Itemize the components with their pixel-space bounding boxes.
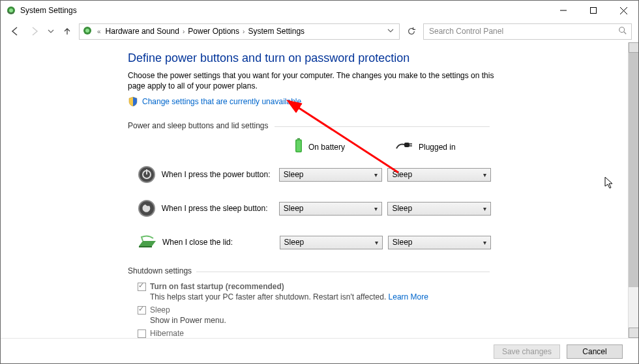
address-dropdown[interactable] xyxy=(385,27,396,35)
lid-icon xyxy=(138,232,157,252)
sleep-button-icon xyxy=(138,199,156,218)
close-lid-battery-select[interactable]: Sleep▾ xyxy=(280,236,383,249)
hibernate-item: Hibernate Show in Power menu. xyxy=(138,329,496,338)
close-lid-label: When I close the lid: xyxy=(162,238,280,247)
forward-button[interactable] xyxy=(27,23,42,39)
power-button-label: When I press the power button: xyxy=(162,170,279,179)
chevron-right-icon: › xyxy=(182,28,185,35)
sleep-button-plugged-select[interactable]: Sleep▾ xyxy=(387,202,491,216)
search-input[interactable] xyxy=(428,26,618,36)
window-title: System Settings xyxy=(20,6,548,15)
row-sleep-button: When I press the sleep button: Sleep▾ Sl… xyxy=(128,199,496,218)
sleep-desc: Show in Power menu. xyxy=(150,316,496,325)
cancel-button[interactable]: Cancel xyxy=(567,344,623,359)
chevron-down-icon: ▾ xyxy=(483,205,486,212)
chevron-down-icon: ▾ xyxy=(374,171,378,178)
admin-link-text: Change settings that are currently unava… xyxy=(142,97,301,106)
chevron-down-icon: ▾ xyxy=(374,205,378,212)
recent-dropdown[interactable] xyxy=(46,23,55,39)
crumb-power-options[interactable]: Power Options xyxy=(188,27,239,36)
crumb-hardware-sound[interactable]: Hardware and Sound xyxy=(106,27,179,36)
svg-point-8 xyxy=(619,27,625,32)
svg-point-1 xyxy=(9,8,13,12)
search-box[interactable] xyxy=(423,23,632,40)
power-buttons-section-label: Power and sleep buttons and lid settings xyxy=(128,121,496,130)
footer: Save changes Cancel xyxy=(1,338,638,364)
chevron-down-icon: ▾ xyxy=(375,239,378,246)
fast-startup-item: Turn on fast startup (recommended) This … xyxy=(138,282,496,301)
sleep-checkbox[interactable] xyxy=(138,306,146,315)
svg-point-7 xyxy=(85,29,89,33)
fast-startup-checkbox[interactable] xyxy=(138,283,146,291)
svg-rect-13 xyxy=(404,143,409,147)
fast-startup-title: Turn on fast startup (recommended) xyxy=(150,282,284,291)
svg-rect-3 xyxy=(591,8,597,14)
chevron-down-icon: ▾ xyxy=(483,171,486,178)
close-button[interactable] xyxy=(608,1,638,20)
power-button-plugged-select[interactable]: Sleep▾ xyxy=(387,168,491,182)
hibernate-checkbox[interactable] xyxy=(138,329,146,338)
vertical-scrollbar[interactable]: ▲ ▼ xyxy=(628,42,638,338)
svg-line-9 xyxy=(624,31,627,34)
save-changes-button[interactable]: Save changes xyxy=(494,344,560,359)
chevron-right-icon: › xyxy=(242,28,245,35)
back-button[interactable] xyxy=(7,23,23,39)
maximize-button[interactable] xyxy=(578,1,608,20)
change-unavailable-settings-link[interactable]: Change settings that are currently unava… xyxy=(128,96,496,107)
titlebar: System Settings xyxy=(1,1,638,20)
main-content: Define power buttons and turn on passwor… xyxy=(1,42,496,338)
scroll-down-button[interactable]: ▼ xyxy=(629,328,638,338)
crumb-system-settings[interactable]: System Settings xyxy=(248,27,305,36)
on-battery-header: On battery xyxy=(294,138,395,156)
shutdown-section-label: Shutdown settings xyxy=(128,266,496,275)
column-headers: On battery Plugged in xyxy=(128,138,496,156)
breadcrumb: Hardware and Sound › Power Options › Sys… xyxy=(106,27,381,36)
nav-toolbar: « Hardware and Sound › Power Options › S… xyxy=(1,20,638,42)
scroll-thumb[interactable] xyxy=(629,53,638,287)
power-button-icon xyxy=(138,165,156,184)
up-button[interactable] xyxy=(59,23,75,39)
row-close-lid: When I close the lid: Sleep▾ Sleep▾ xyxy=(128,232,496,252)
row-power-button: When I press the power button: Sleep▾ Sl… xyxy=(128,165,496,184)
close-lid-plugged-select[interactable]: Sleep▾ xyxy=(388,236,491,249)
svg-rect-10 xyxy=(297,138,300,139)
sleep-title: Sleep xyxy=(150,305,170,315)
refresh-button[interactable] xyxy=(404,23,419,39)
location-icon xyxy=(82,25,93,38)
chevron-right-icon[interactable]: « xyxy=(97,28,102,35)
search-icon[interactable] xyxy=(618,26,627,37)
page-title: Define power buttons and turn on passwor… xyxy=(128,51,496,65)
plug-icon xyxy=(395,141,413,153)
page-description: Choose the power settings that you want … xyxy=(128,70,496,91)
sleep-button-battery-select[interactable]: Sleep▾ xyxy=(279,202,383,216)
chevron-down-icon: ▾ xyxy=(483,239,486,246)
shield-icon xyxy=(128,96,138,107)
minimize-button[interactable] xyxy=(548,1,578,20)
hibernate-title: Hibernate xyxy=(150,329,184,338)
battery-icon xyxy=(294,138,303,156)
scroll-up-button[interactable]: ▲ xyxy=(629,42,638,53)
svg-rect-12 xyxy=(297,141,301,152)
fast-startup-desc: This helps start your PC faster after sh… xyxy=(150,292,496,301)
address-bar[interactable]: « Hardware and Sound › Power Options › S… xyxy=(79,23,400,40)
sleep-item: Sleep Show in Power menu. xyxy=(138,305,496,325)
sleep-button-label: When I press the sleep button: xyxy=(162,204,279,213)
power-button-battery-select[interactable]: Sleep▾ xyxy=(279,168,383,182)
plugged-in-header: Plugged in xyxy=(395,141,496,153)
learn-more-link[interactable]: Learn More xyxy=(389,292,428,301)
app-icon xyxy=(6,5,16,16)
